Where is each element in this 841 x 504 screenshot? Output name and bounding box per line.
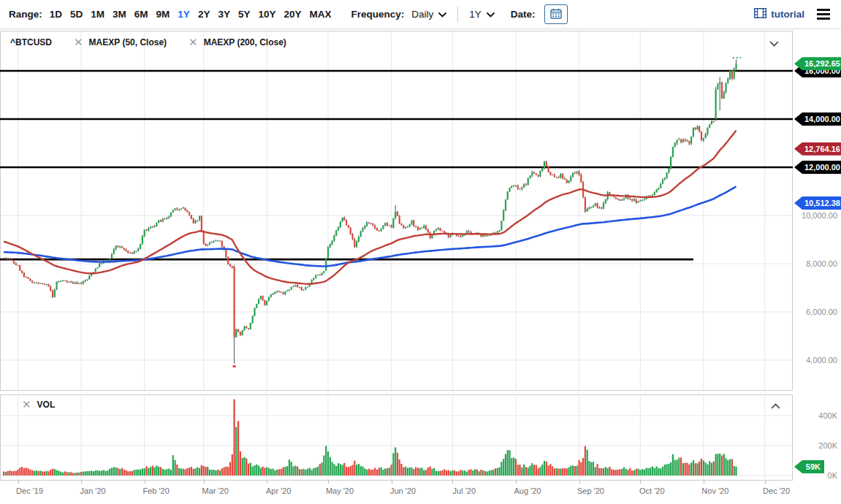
remove-volume-button[interactable]: ✕ [22,399,31,410]
range-option-max[interactable]: MAX [309,9,331,20]
hamburger-icon [817,9,830,20]
range-option-9m[interactable]: 9M [156,9,170,20]
range-option-5y[interactable]: 5Y [238,9,251,20]
date-label: Date: [511,9,536,20]
film-icon [754,8,766,20]
ma200-legend-label: MAEXP (200, Close) [204,37,286,47]
date-picker-button[interactable] [544,4,568,24]
volume-chart-area[interactable] [0,394,793,481]
period-value: 1Y [469,9,482,20]
remove-ma200-button[interactable]: ✕ [189,37,198,47]
range-option-2y[interactable]: 2Y [198,9,210,20]
ma50-legend-label: MAEXP (50, Close) [89,37,167,47]
range-option-10y[interactable]: 10Y [258,9,275,20]
volume-legend-label: VOL [37,400,56,410]
tutorial-link[interactable]: tutorial [754,8,804,20]
frequency-value: Daily [411,9,433,20]
range-option-1d[interactable]: 1D [50,9,62,20]
range-option-1y[interactable]: 1Y [178,9,190,20]
range-option-20y[interactable]: 20Y [283,9,301,20]
range-option-5d[interactable]: 5D [70,9,83,20]
range-label: Range: [9,9,42,20]
range-option-3m[interactable]: 3M [113,9,126,20]
remove-ma50-button[interactable]: ✕ [74,37,83,47]
chevron-down-icon [487,9,495,20]
collapse-volume-panel-button[interactable] [771,399,780,412]
calendar-icon [550,8,562,21]
price-panel-legend: ^BTCUSD ✕ MAEXP (50, Close) ✕ MAEXP (200… [10,37,308,47]
tutorial-label: tutorial [771,9,804,20]
price-chart-area[interactable] [0,31,793,391]
frequency-select[interactable]: Daily [411,9,446,20]
period-select[interactable]: 1Y [469,9,495,20]
volume-panel-legend: ✕ VOL [22,399,77,410]
toolbar-divider [457,7,458,23]
menu-button[interactable] [815,7,832,22]
range-option-6m[interactable]: 6M [134,9,148,20]
range-option-1m[interactable]: 1M [91,9,104,20]
frequency-label: Frequency: [351,9,404,20]
toolbar: Range: 1D 5D 1M 3M 6M 9M 1Y 2Y 3Y 5Y 10Y… [0,0,841,29]
symbol-label: ^BTCUSD [10,37,52,47]
chevron-down-icon [438,9,446,20]
collapse-price-panel-button[interactable] [769,37,779,50]
range-option-3y[interactable]: 3Y [218,9,230,20]
